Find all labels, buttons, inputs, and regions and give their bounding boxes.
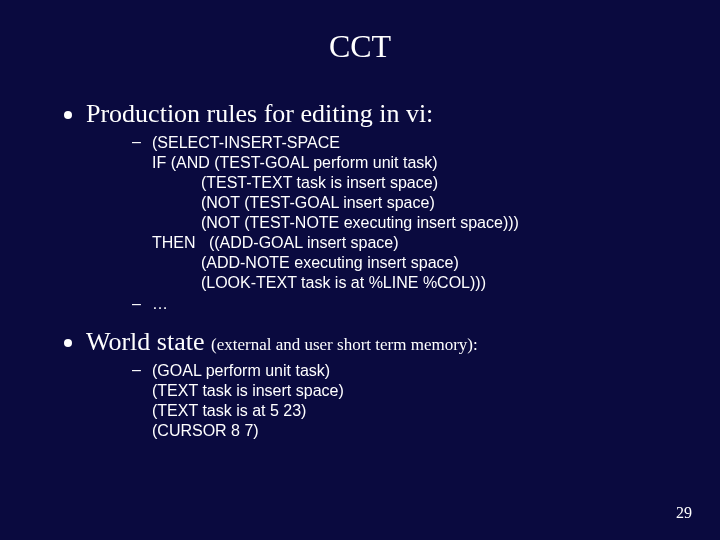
slide-title: CCT bbox=[0, 0, 720, 85]
sub-bullet-list: (GOAL perform unit task) (TEXT task is i… bbox=[86, 361, 680, 441]
bullet-list: Production rules for editing in vi: (SEL… bbox=[60, 99, 680, 441]
bullet-text-main: World state bbox=[86, 327, 211, 356]
sub-bullet-list: (SELECT-INSERT-SPACE IF (AND (TEST-GOAL … bbox=[86, 133, 680, 313]
ellipsis-text: … bbox=[152, 295, 168, 312]
slide: CCT Production rules for editing in vi: … bbox=[0, 0, 720, 540]
slide-content: Production rules for editing in vi: (SEL… bbox=[0, 99, 720, 441]
sub-bullet-ellipsis: … bbox=[132, 295, 680, 313]
code-block: (GOAL perform unit task) (TEXT task is i… bbox=[152, 361, 680, 441]
bullet-text: Production rules for editing in vi: bbox=[86, 99, 433, 128]
page-number: 29 bbox=[676, 504, 692, 522]
sub-bullet-rule: (SELECT-INSERT-SPACE IF (AND (TEST-GOAL … bbox=[132, 133, 680, 293]
code-block: (SELECT-INSERT-SPACE IF (AND (TEST-GOAL … bbox=[152, 133, 680, 293]
bullet-world-state: World state (external and user short ter… bbox=[86, 327, 680, 441]
bullet-text-paren: (external and user short term memory): bbox=[211, 335, 478, 354]
sub-bullet-state: (GOAL perform unit task) (TEXT task is i… bbox=[132, 361, 680, 441]
bullet-production-rules: Production rules for editing in vi: (SEL… bbox=[86, 99, 680, 313]
